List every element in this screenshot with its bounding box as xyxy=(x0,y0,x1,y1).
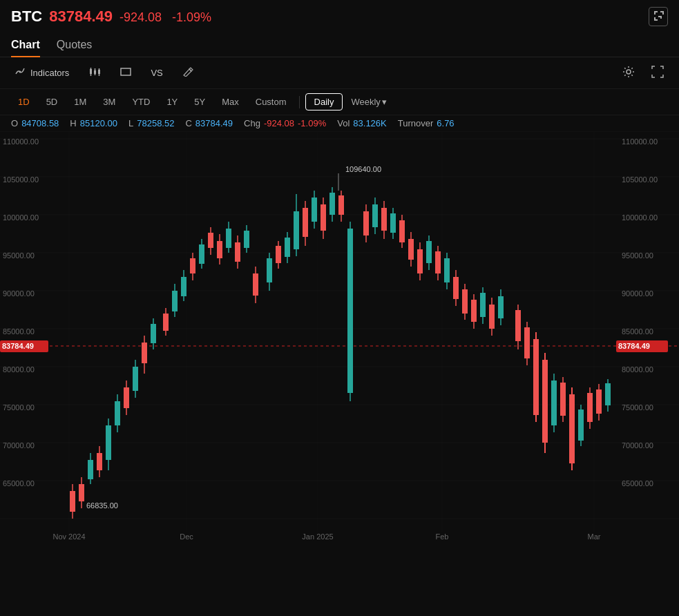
svg-text:90000.00: 90000.00 xyxy=(3,289,35,298)
svg-rect-34 xyxy=(88,460,93,479)
svg-rect-139 xyxy=(578,410,584,441)
indicators-button[interactable]: Indicators xyxy=(11,64,73,82)
svg-rect-64 xyxy=(226,229,231,248)
svg-rect-137 xyxy=(569,394,575,463)
svg-text:80000.00: 80000.00 xyxy=(3,365,35,374)
tr-5y[interactable]: 5Y xyxy=(187,94,212,110)
toolbar: Indicators xyxy=(0,57,679,89)
timerange-divider xyxy=(299,96,300,108)
svg-text:70000.00: 70000.00 xyxy=(3,441,35,450)
svg-rect-83 xyxy=(312,198,317,222)
vs-button[interactable]: VS xyxy=(146,65,166,81)
svg-rect-56 xyxy=(190,258,195,273)
ohlc-volume: Vol 83.126K xyxy=(337,118,387,128)
svg-text:85000.00: 85000.00 xyxy=(622,327,653,336)
tr-1d[interactable]: 1D xyxy=(11,94,37,110)
svg-rect-48 xyxy=(151,324,156,343)
header: BTC 83784.49 -924.08 -1.09% xyxy=(0,0,679,33)
svg-text:90000.00: 90000.00 xyxy=(622,289,653,298)
tr-3m[interactable]: 3M xyxy=(96,94,122,110)
svg-text:95000.00: 95000.00 xyxy=(622,251,653,260)
svg-text:Dec: Dec xyxy=(180,532,193,541)
rectangle-icon xyxy=(120,67,131,79)
svg-rect-141 xyxy=(587,393,593,422)
ticker-symbol: BTC xyxy=(11,8,42,26)
svg-rect-95 xyxy=(372,204,378,227)
svg-text:Mar: Mar xyxy=(588,532,601,541)
svg-rect-119 xyxy=(480,293,486,317)
ohlc-change: Chg -924.08 -1.09% xyxy=(244,118,326,128)
period-daily[interactable]: Daily xyxy=(305,93,343,110)
tr-1m[interactable]: 1M xyxy=(67,94,93,110)
svg-text:95000.00: 95000.00 xyxy=(3,251,35,260)
svg-rect-129 xyxy=(533,339,539,415)
toolbar-left: Indicators xyxy=(11,64,198,82)
svg-rect-78 xyxy=(294,211,299,249)
ohlc-close: C 83784.49 xyxy=(185,118,233,128)
svg-rect-123 xyxy=(498,296,504,318)
rectangle-tool-button[interactable] xyxy=(116,64,135,81)
chart-area[interactable]: 109640.00 66835.00 110000.00 105000.00 1… xyxy=(0,132,679,546)
svg-rect-131 xyxy=(542,360,548,443)
expand-button[interactable] xyxy=(649,7,668,26)
svg-rect-52 xyxy=(172,291,178,311)
candle-icon xyxy=(88,67,101,79)
svg-rect-87 xyxy=(329,193,335,215)
draw-button[interactable] xyxy=(178,64,198,81)
svg-text:65000.00: 65000.00 xyxy=(622,479,653,488)
svg-text:70000.00: 70000.00 xyxy=(622,441,653,450)
ohlc-open: O 84708.58 xyxy=(11,118,59,128)
svg-rect-113 xyxy=(453,277,459,299)
svg-text:75000.00: 75000.00 xyxy=(3,403,35,412)
tr-5d[interactable]: 5D xyxy=(39,94,65,110)
svg-rect-133 xyxy=(551,381,557,425)
tr-custom[interactable]: Custom xyxy=(249,94,294,110)
svg-text:66835.00: 66835.00 xyxy=(86,501,118,510)
timerange-bar: 1D 5D 1M 3M YTD 1Y 5Y Max Custom Daily W… xyxy=(0,89,679,115)
svg-rect-7 xyxy=(98,70,100,74)
ohlc-high: H 85120.00 xyxy=(70,118,117,128)
svg-rect-60 xyxy=(208,233,213,248)
svg-rect-62 xyxy=(217,241,222,258)
svg-rect-74 xyxy=(276,246,281,263)
svg-rect-97 xyxy=(381,208,387,231)
tab-quotes[interactable]: Quotes xyxy=(57,33,93,57)
svg-rect-105 xyxy=(417,249,423,273)
svg-rect-38 xyxy=(106,425,111,460)
svg-rect-143 xyxy=(596,389,602,414)
svg-point-11 xyxy=(627,70,631,74)
svg-rect-1 xyxy=(90,69,92,74)
svg-rect-91 xyxy=(347,229,353,393)
tr-ytd[interactable]: YTD xyxy=(125,94,157,110)
svg-rect-46 xyxy=(142,343,147,363)
svg-rect-44 xyxy=(133,367,138,391)
ohlc-bar: O 84708.58 H 85120.00 L 78258.52 C 83784… xyxy=(0,115,679,132)
svg-rect-135 xyxy=(560,383,566,416)
svg-text:65000.00: 65000.00 xyxy=(3,479,35,488)
chart-type-button[interactable] xyxy=(84,64,105,81)
indicators-label: Indicators xyxy=(30,68,69,78)
svg-text:85000.00: 85000.00 xyxy=(3,327,35,336)
svg-text:83784.49: 83784.49 xyxy=(618,342,650,350)
tr-1y[interactable]: 1Y xyxy=(160,94,184,110)
svg-rect-58 xyxy=(199,244,204,264)
svg-rect-115 xyxy=(462,289,468,314)
svg-rect-89 xyxy=(338,195,344,215)
svg-rect-54 xyxy=(181,277,187,296)
svg-text:Jan 2025: Jan 2025 xyxy=(302,532,333,541)
svg-text:109640.00: 109640.00 xyxy=(345,165,381,173)
svg-text:110000.00: 110000.00 xyxy=(3,137,39,146)
svg-rect-70 xyxy=(253,273,258,296)
tab-chart[interactable]: Chart xyxy=(11,33,40,57)
candlestick-chart: 109640.00 66835.00 110000.00 105000.00 1… xyxy=(0,132,679,546)
svg-text:Feb: Feb xyxy=(436,532,449,541)
svg-rect-76 xyxy=(285,238,290,257)
svg-rect-145 xyxy=(605,383,611,405)
period-weekly[interactable]: Weekly ▾ xyxy=(345,94,392,110)
svg-text:83784.49: 83784.49 xyxy=(2,342,34,350)
svg-rect-121 xyxy=(489,305,495,329)
fullscreen-button[interactable] xyxy=(647,63,668,83)
settings-button[interactable] xyxy=(618,63,639,83)
tr-max[interactable]: Max xyxy=(215,94,246,110)
svg-rect-101 xyxy=(399,220,405,242)
